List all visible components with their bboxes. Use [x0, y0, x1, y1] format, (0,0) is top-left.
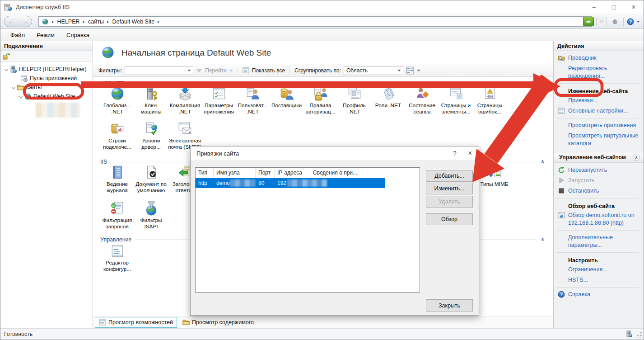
divider — [557, 287, 639, 288]
dialog-help-button[interactable]: ? — [447, 146, 462, 160]
maximize-button[interactable]: □ — [604, 0, 624, 14]
globe-icon — [110, 86, 125, 101]
nav-buttons[interactable]: ←→ — [4, 16, 32, 27]
action-stop[interactable]: Остановить — [557, 186, 639, 196]
connections-tree: HELPER (HELPER\Helper) Пулы приложений с… — [0, 62, 93, 101]
breadcrumb-sites[interactable]: сайты — [88, 19, 104, 25]
feature-app-settings[interactable]: Параметры приложения — [202, 86, 236, 115]
feature-connection-strings[interactable]: Строки подключе... — [100, 121, 134, 150]
column-hostname[interactable]: Имя узла — [214, 168, 256, 178]
status-bar: Готовность — [0, 328, 644, 340]
group-by-combobox[interactable]: Область — [344, 66, 403, 75]
browse-button[interactable]: Обзор — [426, 213, 473, 225]
browse-window-icon — [558, 212, 565, 219]
feature-machine-key[interactable]: Ключ машины — [134, 86, 168, 115]
feature-isapi-filters[interactable]: Фильтры ISAPI — [134, 201, 168, 230]
action-browse-site[interactable]: Обзор demo.softonit.ru on 192.168.1.86:8… — [557, 210, 639, 228]
error-404-icon — [482, 86, 498, 101]
feature-net-roles[interactable]: Роли .NET — [371, 86, 405, 115]
create-connection-icon[interactable] — [3, 53, 10, 60]
edit-button[interactable]: Изменить... — [426, 183, 473, 194]
collapse-icon[interactable]: ∧ — [633, 154, 640, 161]
feature-logging[interactable]: Ведение журнала — [100, 165, 134, 194]
remove-button[interactable]: Удалить — [426, 196, 473, 208]
feature-mime-types[interactable]: Типы MIME — [477, 165, 511, 188]
menu-file[interactable]: Файл — [5, 30, 30, 40]
feature-session-state[interactable]: Состояние сеанса — [405, 86, 439, 115]
tab-content-view[interactable]: Просмотр содержимого — [179, 317, 257, 327]
go-button[interactable]: Перейти — [205, 67, 227, 74]
tab-features-view[interactable]: Просмотр возможностей — [95, 317, 177, 328]
app-pools-icon — [20, 75, 28, 82]
feature-providers[interactable]: Поставщики — [270, 86, 303, 115]
collapse-icon[interactable]: ∧ — [541, 80, 544, 85]
close-button[interactable]: × — [624, 0, 644, 14]
tree-item-default-web-site[interactable]: Default Web Site — [0, 92, 93, 101]
action-help[interactable]: Справка — [557, 289, 639, 300]
stop-nav-button[interactable]: × — [596, 17, 607, 26]
breadcrumb-site[interactable]: Default Web Site — [112, 19, 155, 25]
column-type[interactable]: Тип — [196, 168, 214, 178]
dialog-close-icon[interactable]: × — [462, 146, 478, 160]
action-explorer[interactable]: Проводник — [557, 53, 639, 63]
mime-icon — [487, 165, 502, 180]
breadcrumb-sep-icon: ▸ — [82, 19, 86, 24]
collapse-icon[interactable]: ∧ — [541, 236, 544, 241]
breadcrumb-server[interactable]: HELPER — [57, 19, 80, 25]
tree-item-server[interactable]: HELPER (HELPER\Helper) — [0, 65, 93, 74]
action-limits[interactable]: Ограничения... — [557, 264, 639, 275]
feature-request-filtering[interactable]: Фильтрация запросов — [100, 201, 134, 230]
menu-help[interactable]: Справка — [61, 30, 95, 40]
minimize-button[interactable]: − — [584, 0, 604, 14]
view-dropdown-icon[interactable] — [417, 70, 420, 73]
expander-icon[interactable] — [19, 94, 23, 98]
action-advanced-settings[interactable]: Дополнительные параметры... — [557, 232, 639, 250]
action-bindings[interactable]: Привязки... — [557, 95, 639, 106]
feature-pages-controls[interactable]: Страницы и элементы... — [439, 86, 473, 115]
filter-combobox[interactable] — [125, 66, 193, 75]
collapse-icon[interactable]: ∧ — [541, 159, 544, 164]
divider — [557, 118, 639, 118]
feature-net-compilation[interactable]: Компиляция .NET — [168, 86, 202, 115]
bindings-list[interactable]: Тип Имя узла Порт IP-адреса Сведения о п… — [195, 167, 420, 293]
feature-trust-levels[interactable]: Уровни довер... — [134, 121, 168, 150]
action-hsts[interactable]: HSTS... — [557, 275, 639, 285]
add-button[interactable]: Добавить... — [426, 170, 473, 182]
forward-icon[interactable]: → — [22, 18, 28, 25]
resize-grip[interactable] — [635, 332, 642, 338]
feature-error-pages[interactable]: Страницы ошибок... — [473, 86, 507, 115]
feature-globalization[interactable]: Глобализ... .NET — [100, 86, 134, 115]
close-dialog-button[interactable]: Закрыть — [426, 299, 473, 312]
feature-default-document[interactable]: Документ по умолчанию — [134, 165, 168, 194]
column-port[interactable]: Порт — [256, 168, 275, 178]
tree-item-sites[interactable]: сайты — [0, 83, 93, 92]
menu-view[interactable]: Режим — [31, 30, 60, 40]
column-binding-info[interactable]: Сведения о при... — [310, 168, 385, 178]
tag-icon — [381, 86, 396, 101]
home-button[interactable] — [609, 17, 620, 26]
action-view-virtual-directories[interactable]: Просмотреть виртуальные каталоги — [557, 131, 639, 149]
view-grid-icon[interactable] — [406, 66, 414, 75]
refresh-button[interactable] — [583, 17, 594, 26]
go-dropdown-icon[interactable] — [229, 70, 233, 73]
show-all-button[interactable]: Показать все — [252, 67, 285, 74]
tree-item-app-pools[interactable]: Пулы приложений — [0, 74, 93, 83]
sync-icon — [585, 19, 592, 25]
action-restart[interactable]: Перезапустить — [557, 165, 639, 175]
feature-authorization-rules[interactable]: Правила авторизац... — [303, 86, 337, 115]
action-edit-permissions[interactable]: Редактировать разрешения... — [557, 63, 639, 81]
expander-icon[interactable] — [12, 85, 15, 89]
feature-net-users[interactable]: Пользоват... .NET — [236, 86, 270, 115]
action-view-applications[interactable]: Просмотреть приложения — [557, 120, 639, 131]
column-ip[interactable]: IP-адреса — [275, 168, 310, 178]
help-icon[interactable] — [627, 18, 634, 25]
back-icon[interactable]: ← — [8, 18, 14, 25]
action-basic-settings[interactable]: Основные настройки... — [557, 106, 639, 116]
expander-icon[interactable] — [5, 67, 8, 71]
binding-row-selected[interactable]: http demo 80 192 — [196, 178, 385, 188]
breadcrumb[interactable]: ▸ HELPER ▸ сайты ▸ Default Web Site ▸ — [38, 16, 592, 27]
feature-net-profile[interactable]: Профиль .NET — [337, 86, 371, 115]
action-start[interactable]: Запустить — [557, 175, 639, 186]
feature-configuration-editor[interactable]: Редактор конфигур... — [100, 243, 134, 272]
help-dropdown-icon[interactable] — [636, 21, 640, 24]
